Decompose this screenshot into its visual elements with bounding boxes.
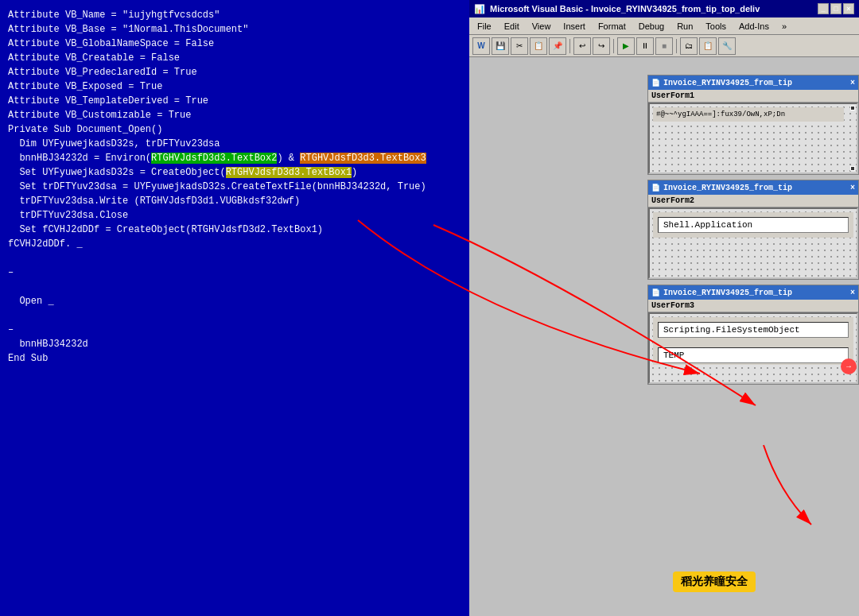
toolbar-save-button[interactable]: 💾 — [492, 37, 509, 55]
doc-close-2[interactable]: × — [850, 184, 855, 192]
fs-object-text: Scripting.FileSystemObject — [658, 322, 849, 338]
watermark: 稻光养瞳安全 — [673, 571, 756, 592]
code-line-20 — [8, 280, 461, 294]
toolbar-word-icon[interactable]: W — [472, 37, 490, 55]
doc-close-3[interactable]: × — [850, 289, 855, 297]
handle-tr[interactable] — [850, 106, 855, 110]
code-line-17: fCVHJ2dDDf. _ — [8, 237, 461, 251]
close-button[interactable]: × — [843, 3, 854, 14]
code-line-4: Attribute VB_Creatable = False — [8, 51, 461, 65]
menu-format[interactable]: Format — [593, 21, 631, 32]
menu-run[interactable]: Run — [672, 21, 698, 32]
userform2-header: UserForm2 — [648, 195, 858, 207]
toolbar-sep2 — [613, 39, 614, 53]
toolbar: W 💾 ✂ 📋 📌 ↩ ↪ ▶ ⏸ ■ 🗂 📋 🔧 — [469, 35, 859, 57]
doc-icon-2: 📄 — [651, 184, 660, 192]
code-line-5: Attribute VB_PredeclaredId = True — [8, 65, 461, 79]
code-line-6: Attribute VB_Exposed = True — [8, 79, 461, 94]
menu-view[interactable]: View — [527, 21, 556, 32]
toolbar-stop-button[interactable]: ■ — [655, 37, 673, 55]
toolbar-redo-button[interactable]: ↪ — [593, 37, 610, 55]
doc-title-text-1: Invoice_RYINV34925_from_tip — [663, 79, 792, 87]
code-line-18 — [8, 251, 461, 265]
doc-window-1: 📄 Invoice_RYINV34925_from_tip × UserForm… — [647, 75, 859, 175]
app-icon: 📊 — [474, 4, 485, 14]
app-title: Microsoft Visual Basic - Invoice_RYINV34… — [490, 4, 760, 14]
code-panel: Attribute VB_Name = "iujyhgtfvcsdcds" At… — [0, 0, 469, 616]
doc-close-1[interactable]: × — [850, 79, 855, 87]
maximize-button[interactable]: □ — [830, 3, 842, 14]
userform3-header: UserForm3 — [648, 300, 858, 312]
code-line-23: – — [8, 323, 461, 337]
menu-bar: File Edit View Insert Format Debug Run T… — [469, 17, 859, 35]
doc-title-text-3: Invoice_RYINV34925_from_tip — [663, 289, 792, 297]
code-line-15: trDFTYuv23dsa.Close — [8, 208, 461, 223]
toolbar-copy-button[interactable]: 📋 — [530, 37, 547, 55]
doc-window-2: 📄 Invoice_RYINV34925_from_tip × UserForm… — [647, 180, 859, 280]
toolbar-toolbox-button[interactable]: 🔧 — [718, 37, 736, 55]
code-line-21: Open _ — [8, 294, 461, 308]
code-line-1: Attribute VB_Name = "iujyhgtfvcsdcds" — [8, 8, 461, 22]
toolbar-sep3 — [676, 39, 677, 53]
menu-edit[interactable]: Edit — [499, 21, 524, 32]
menu-more[interactable]: » — [777, 21, 791, 32]
userform1-label: UserForm1 — [651, 91, 694, 100]
doc-title-1: 📄 Invoice_RYINV34925_from_tip × — [648, 76, 858, 90]
doc-icon-1: 📄 — [651, 79, 660, 87]
doc-title-text-2: Invoice_RYINV34925_from_tip — [663, 184, 792, 192]
userform3-label: UserForm3 — [651, 301, 694, 310]
menu-tools[interactable]: Tools — [701, 21, 731, 32]
menu-file[interactable]: File — [472, 21, 496, 32]
toolbar-cut-button[interactable]: ✂ — [511, 37, 528, 55]
temp-text: TEMP — [658, 347, 849, 363]
doc-window-3: 📄 Invoice_RYINV34925_from_tip × UserForm… — [647, 285, 859, 385]
code-line-14: trDFTYuv23dsa.Write (RTGHVJdsfD3d1.VUGBk… — [8, 194, 461, 208]
toolbar-run-button[interactable]: ▶ — [617, 37, 635, 55]
toolbar-sep1 — [569, 39, 570, 53]
code-line-11: bnnHBJ34232d = Environ(RTGHVJdsfD3d3.Tex… — [8, 151, 461, 165]
shell-app-text: Shell.Application — [658, 217, 849, 233]
code-line-24: bnnHBJ34232d — [8, 337, 461, 351]
toolbar-undo-button[interactable]: ↩ — [573, 37, 591, 55]
minimize-button[interactable]: _ — [818, 3, 829, 14]
menu-debug[interactable]: Debug — [634, 21, 669, 32]
code-line-10: Dim UYFyuwejkadsD32s, trDFTYuv23dsa — [8, 137, 461, 151]
menu-insert[interactable]: Insert — [558, 21, 590, 32]
doc-title-2: 📄 Invoice_RYINV34925_from_tip × — [648, 180, 858, 195]
handle-br[interactable] — [850, 166, 855, 171]
code-line-8: Attribute VB_Customizable = True — [8, 108, 461, 122]
doc-content-1: #@~~^ygIAAA==]:fux39/OwN,xP;Dn — [648, 103, 858, 174]
doc-content-3: Scripting.FileSystemObject TEMP → — [648, 312, 858, 384]
temp-textbox: TEMP — [653, 343, 853, 365]
code-line-7: Attribute VB_TemplateDerived = True — [8, 94, 461, 108]
code-line-2: Attribute VB_Base = "1Normal.ThisDocumen… — [8, 22, 461, 37]
menu-addins[interactable]: Add-Ins — [734, 21, 774, 32]
code-line-25: End Sub — [8, 351, 461, 366]
userform2-label: UserForm2 — [651, 196, 694, 205]
code-line-3: Attribute VB_GlobalNameSpace = False — [8, 37, 461, 51]
code-line-12: Set UYFyuwejkadsD32s = CreateObject(RTGH… — [8, 165, 461, 180]
doc-title-3: 📄 Invoice_RYINV34925_from_tip × — [648, 285, 858, 300]
code-line-13: Set trDFTYuv23dsa = UYFyuwejkadsD32s.Cre… — [8, 180, 461, 194]
toolbar-project-button[interactable]: 🗂 — [680, 37, 698, 55]
code-line-9: Private Sub Document_Open() — [8, 122, 461, 137]
code-line-22 — [8, 308, 461, 323]
doc-icon-3: 📄 — [651, 289, 660, 297]
title-bar: 📊 Microsoft Visual Basic - Invoice_RYINV… — [469, 0, 859, 17]
code-line-16: Set fCVHJ2dDDf = CreateObject(RTGHVJdsfD… — [8, 223, 461, 237]
right-panels: 📄 Invoice_RYINV34925_from_tip × UserForm… — [647, 75, 859, 616]
doc-content-2: Shell.Application — [648, 207, 858, 279]
fs-object-textbox[interactable]: Scripting.FileSystemObject — [653, 317, 853, 343]
code-line-19: – — [8, 265, 461, 280]
toolbar-pause-button[interactable]: ⏸ — [636, 37, 654, 55]
toolbar-paste-button[interactable]: 📌 — [549, 37, 566, 55]
toolbar-props-button[interactable]: 📋 — [699, 37, 717, 55]
encoded-content-1: #@~~^ygIAAA==]:fux39/OwN,xP;Dn — [653, 107, 844, 122]
shell-app-textbox[interactable]: Shell.Application — [653, 212, 853, 238]
doc-resize-handle-1: UserForm1 — [648, 90, 858, 103]
arrow-indicator: → — [841, 358, 857, 374]
